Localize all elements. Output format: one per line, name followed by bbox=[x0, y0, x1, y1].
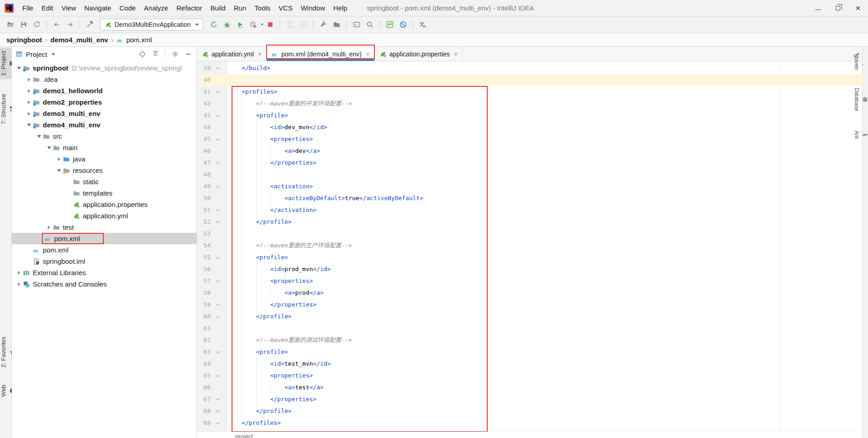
tool-stripe-web[interactable]: Web bbox=[0, 382, 11, 400]
tab-close-icon[interactable]: × bbox=[366, 50, 370, 58]
tree-collapsed-arrow-icon[interactable] bbox=[25, 78, 33, 81]
tree-collapsed-arrow-icon[interactable] bbox=[45, 226, 53, 229]
code-line[interactable]: 63 <profile> bbox=[197, 346, 863, 358]
fold-marker-icon[interactable] bbox=[211, 157, 227, 169]
fold-marker-icon[interactable] bbox=[211, 204, 227, 216]
fold-marker-icon[interactable] bbox=[211, 346, 227, 358]
run-configuration-select[interactable]: Demo3MultiEnvApplication bbox=[100, 19, 203, 30]
inspections-ok-check-icon[interactable] bbox=[853, 51, 860, 59]
tree-expanded-arrow-icon[interactable] bbox=[35, 135, 43, 138]
minimize-button[interactable] bbox=[808, 0, 828, 16]
tree-item-main[interactable]: main bbox=[12, 142, 197, 153]
code-line[interactable]: 50 <activeByDefault>true</activeByDefaul… bbox=[197, 192, 863, 204]
tree-item-demo4-multi-env[interactable]: demo4_multi_env bbox=[12, 119, 197, 131]
tree-expanded-arrow-icon[interactable] bbox=[56, 169, 63, 172]
coverage-icon[interactable] bbox=[234, 19, 246, 30]
menu-item-view[interactable]: View bbox=[57, 0, 80, 16]
locate-icon[interactable] bbox=[139, 50, 146, 58]
search-everywhere-icon[interactable] bbox=[363, 19, 376, 30]
run-anything-icon[interactable] bbox=[350, 19, 363, 30]
fold-marker-icon[interactable] bbox=[211, 275, 227, 287]
tree-item--idea[interactable]: .idea bbox=[12, 74, 197, 85]
fold-marker-icon[interactable] bbox=[211, 181, 227, 192]
tree-item-resources[interactable]: resources bbox=[12, 165, 197, 176]
chevron-down-icon[interactable] bbox=[261, 24, 263, 25]
tree-collapsed-arrow-icon[interactable] bbox=[15, 271, 23, 275]
tool-stripe-structure[interactable]: 7: Structure bbox=[0, 91, 11, 127]
tree-item-application-properties[interactable]: application.properties bbox=[12, 199, 197, 210]
debug-icon[interactable] bbox=[221, 19, 233, 30]
code-line[interactable]: 41 <profiles> bbox=[197, 86, 863, 98]
menu-item-code[interactable]: Code bbox=[115, 0, 140, 16]
breadcrumb-item[interactable]: demo4_multi_env bbox=[50, 36, 108, 44]
tree-collapsed-arrow-icon[interactable] bbox=[15, 282, 23, 286]
fold-marker-icon[interactable] bbox=[211, 405, 227, 417]
editor-tab-pom-xml--demo4-multi-env-[interactable]: mpom.xml (demo4_multi_env)× bbox=[267, 47, 374, 61]
tree-item-templates[interactable]: templates bbox=[12, 187, 197, 199]
code-line[interactable]: 68 </profile> bbox=[197, 405, 863, 417]
project-panel-title[interactable]: Project bbox=[26, 50, 47, 58]
fold-marker-icon[interactable] bbox=[211, 299, 227, 311]
menu-item-tools[interactable]: Tools bbox=[250, 0, 274, 16]
fold-marker-icon[interactable] bbox=[211, 62, 227, 74]
tree-item-pom-xml[interactable]: mpom.xml bbox=[12, 244, 197, 256]
tree-item-test[interactable]: test bbox=[12, 222, 197, 233]
open-project-icon[interactable] bbox=[4, 19, 16, 30]
fold-marker-icon[interactable] bbox=[211, 133, 227, 145]
tree-item-src[interactable]: src bbox=[12, 131, 197, 142]
code-line[interactable]: 52 </profile> bbox=[197, 216, 863, 228]
code-line[interactable]: 57 <properties> bbox=[197, 275, 863, 287]
fold-marker-icon[interactable] bbox=[211, 86, 227, 98]
code-line[interactable]: 42 <!--maven里面的开发环境配置--> bbox=[197, 98, 863, 110]
sync-icon[interactable] bbox=[30, 19, 43, 30]
tab-close-icon[interactable]: × bbox=[454, 50, 458, 58]
tree-expanded-arrow-icon[interactable] bbox=[15, 67, 23, 70]
tree-item-demo2-properties[interactable]: demo2_properties bbox=[12, 96, 197, 108]
code-line[interactable]: 61 bbox=[197, 322, 863, 334]
tree-item-java[interactable]: java bbox=[12, 153, 197, 165]
tree-item-external-libraries[interactable]: External Libraries bbox=[12, 267, 197, 278]
tree-collapsed-arrow-icon[interactable] bbox=[25, 89, 33, 93]
tree-item-demo3-multi-env[interactable]: demo3_multi_env bbox=[12, 108, 197, 119]
profiler-icon[interactable] bbox=[247, 19, 259, 30]
code-line[interactable]: 56 <id>prod_mvn</id> bbox=[197, 263, 863, 275]
menu-item-file[interactable]: File bbox=[18, 0, 37, 16]
tree-item-scratches-and-consoles[interactable]: Scratches and Consoles bbox=[12, 278, 197, 290]
tree-collapsed-arrow-icon[interactable] bbox=[25, 101, 33, 104]
menu-item-navigate[interactable]: Navigate bbox=[80, 0, 115, 16]
code-line[interactable]: 66 <a>test</a> bbox=[197, 382, 863, 393]
back-icon[interactable] bbox=[50, 19, 63, 30]
collapse-all-icon[interactable] bbox=[152, 50, 159, 58]
menu-item-help[interactable]: Help bbox=[329, 0, 352, 16]
code-line[interactable]: 62 <!--maven里面的测试环境配置--> bbox=[197, 334, 863, 346]
code-line[interactable]: 53 bbox=[197, 228, 863, 240]
fold-marker-icon[interactable] bbox=[211, 216, 227, 228]
menu-item-refactor[interactable]: Refactor bbox=[172, 0, 207, 16]
run-icon[interactable] bbox=[207, 19, 220, 30]
code-line[interactable]: 48 bbox=[197, 169, 863, 181]
code-line[interactable]: 47 </properties> bbox=[197, 157, 863, 169]
code-line[interactable]: 51 </activation> bbox=[197, 204, 863, 216]
close-button[interactable]: × bbox=[848, 0, 868, 16]
tab-close-icon[interactable]: × bbox=[258, 50, 262, 58]
fold-marker-icon[interactable] bbox=[211, 370, 227, 382]
code-line[interactable]: 64 <id>test_mvn</id> bbox=[197, 358, 863, 370]
tree-item-springboot-iml[interactable]: springboot.iml bbox=[12, 256, 197, 267]
tree-collapsed-arrow-icon[interactable] bbox=[25, 112, 33, 116]
tree-expanded-arrow-icon[interactable] bbox=[25, 124, 33, 126]
tool-stripe-maven[interactable]: mMaven bbox=[863, 50, 868, 73]
tree-item-application-yml[interactable]: application.yml bbox=[12, 210, 197, 222]
fold-marker-icon[interactable] bbox=[211, 393, 227, 405]
fold-marker-icon[interactable] bbox=[211, 417, 227, 429]
tool-stripe-database[interactable]: Database bbox=[863, 85, 868, 114]
tool-stripe-favorites[interactable]: 2: Favorites bbox=[0, 333, 11, 371]
tree-collapsed-arrow-icon[interactable] bbox=[56, 157, 63, 161]
tree-item-demo1-helloworld[interactable]: demo1_helloworld bbox=[12, 85, 197, 96]
menu-item-edit[interactable]: Edit bbox=[37, 0, 57, 16]
breadcrumb-item[interactable]: springboot bbox=[6, 36, 42, 44]
code-line[interactable]: 39 </build> bbox=[197, 62, 863, 74]
fold-marker-icon[interactable] bbox=[211, 110, 227, 121]
code-line[interactable]: 54 <!--maven里面的生产环境配置--> bbox=[197, 240, 863, 252]
tree-item-pom-xml[interactable]: mpom.xml bbox=[12, 233, 197, 244]
menu-item-vcs[interactable]: VCS bbox=[274, 0, 297, 16]
